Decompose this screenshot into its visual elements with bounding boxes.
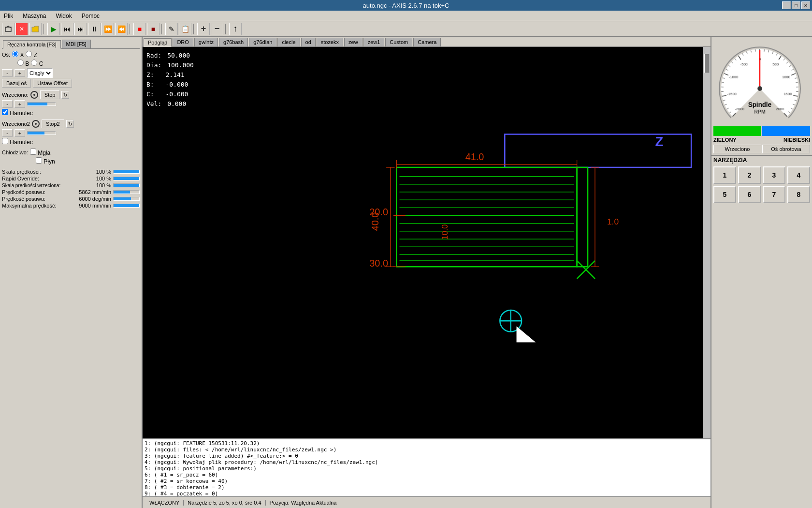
jog-plus-btn[interactable]: + — [14, 69, 25, 77]
plyn-checkbox[interactable] — [36, 157, 42, 164]
tool-2-btn[interactable]: 2 — [738, 166, 761, 184]
tab-g76bash[interactable]: g76bash — [219, 38, 248, 46]
toolbar-stop-btn[interactable]: ■ — [133, 23, 146, 35]
toolbar-run-btn[interactable]: ▶ — [47, 23, 60, 35]
tool-5-btn[interactable]: 5 — [713, 186, 736, 203]
stop-btn[interactable]: Stop — [40, 90, 60, 99]
toolbar-edit-btn[interactable]: ✎ — [165, 23, 178, 35]
close-button[interactable]: ✕ — [801, 1, 810, 9]
hamulec2-checkbox[interactable] — [2, 138, 8, 144]
wrzeciono-btn[interactable]: Wrzeciono — [713, 145, 761, 153]
axis-x-label[interactable]: X — [12, 51, 24, 59]
green-bar — [713, 126, 761, 136]
skala-predkosci-label: Skala prędkości: — [2, 169, 94, 175]
maximize-button[interactable]: □ — [792, 1, 800, 9]
tool-7-btn[interactable]: 7 — [763, 186, 785, 203]
status-bar: WŁĄCZONY Narzędzie 5, zo 5, xo 0, śre 0.… — [143, 496, 710, 508]
toolbar-step-back-btn[interactable]: ⏮ — [61, 23, 73, 35]
stop2-btn[interactable]: Stop2 — [42, 120, 64, 128]
predkosc-posuwu1-label: Prędkość posuwu: — [2, 189, 77, 195]
spindle2-arrow-icon[interactable]: ↻ — [66, 120, 74, 128]
toolbar-fast-fwd-btn[interactable]: ⏩ — [102, 23, 114, 35]
tool-8-btn[interactable]: 8 — [787, 186, 810, 203]
toolbar-folder-btn[interactable] — [29, 23, 42, 35]
tab-mdi[interactable]: MDI [F5] — [62, 40, 91, 48]
canvas-area[interactable]: Rad: 50.000 Dia: 100.000 Z: 2.141 B: -0.… — [143, 47, 710, 438]
plyn-label[interactable]: Płyn — [36, 157, 55, 165]
tab-reczna-kontrola[interactable]: Ręczna kontrola [F3] — [3, 40, 61, 49]
axis-c-label[interactable]: C — [31, 60, 43, 67]
axis-c-radio[interactable] — [31, 60, 37, 66]
toolbar-copy-btn[interactable]: 📋 — [179, 23, 191, 35]
toolbar-minus-btn[interactable]: − — [211, 23, 223, 35]
toolbar-open-btn[interactable] — [2, 23, 14, 35]
wrzeciono2-plus-btn[interactable]: + — [14, 129, 25, 137]
skala-wrzeciona-value: 100 % — [96, 182, 111, 188]
toolbar-stop2-btn[interactable]: ■ — [147, 23, 160, 35]
tool-3-btn[interactable]: 3 — [763, 166, 785, 184]
tab-custom[interactable]: Custom — [385, 38, 412, 46]
wrzeciono2-minus-btn[interactable]: - — [2, 129, 13, 137]
bazuj-os-btn[interactable]: Bazuj oś — [2, 79, 31, 88]
svg-text:41.0: 41.0 — [465, 151, 484, 162]
tab-stozekx[interactable]: stozekx — [317, 38, 343, 46]
tool-1-btn[interactable]: 1 — [713, 166, 736, 184]
tab-gwintz[interactable]: gwintz — [194, 38, 218, 46]
main-layout: Ręczna kontrola [F3] MDI [F5] Oś: X Z B … — [0, 37, 812, 508]
toolbar-reload-btn[interactable]: ✕ — [15, 23, 28, 35]
tab-g76diah[interactable]: g76diah — [249, 38, 276, 46]
maks-predkosc-value: 9000 mm/min — [79, 203, 111, 209]
spindle-arrow-icon[interactable]: ↻ — [61, 91, 69, 99]
wrzeciono2-slider[interactable] — [27, 131, 56, 135]
vertical-scrollbar[interactable] — [703, 47, 710, 438]
predkosc-posuwu1-slider[interactable] — [113, 190, 140, 194]
os-obrotowa-btn[interactable]: Oś obrotowa — [762, 145, 810, 153]
maks-predkosc-slider[interactable] — [113, 204, 140, 208]
jog-mode-select[interactable]: Ciągły Krok — [27, 68, 53, 78]
toolbar-rewind-btn[interactable]: ⏪ — [115, 23, 128, 35]
minimize-button[interactable]: _ — [782, 1, 791, 9]
skala-predkosci-slider[interactable] — [113, 170, 140, 174]
log-line-3: 3: (ngcgui: feature line added) #<_featu… — [145, 453, 709, 459]
axis-x-radio[interactable] — [12, 51, 18, 57]
skala-predkosci-row: Skala prędkości: 100 % — [2, 169, 140, 175]
toolbar-plus-btn[interactable]: + — [197, 23, 210, 35]
toolbar-pause-btn[interactable]: ⏸ — [88, 23, 101, 35]
wrzeciono-plus-btn[interactable]: + — [14, 100, 25, 108]
toolbar-step-fwd-btn[interactable]: ⏭ — [74, 23, 87, 35]
menu-pomoc[interactable]: Pomoc — [80, 12, 102, 20]
tab-od[interactable]: od — [301, 38, 316, 46]
tool-6-btn[interactable]: 6 — [738, 186, 761, 203]
tab-dro[interactable]: DRO — [173, 38, 193, 46]
rapid-override-slider[interactable] — [113, 177, 140, 180]
axis-z-label[interactable]: Z — [26, 51, 37, 59]
wrzeciono-minus-btn[interactable]: - — [2, 100, 13, 108]
tab-camera[interactable]: Camera — [413, 38, 441, 46]
axis-b-label[interactable]: B — [17, 60, 29, 67]
ustaw-offset-btn[interactable]: Ustaw Offset — [33, 79, 72, 88]
tab-zew1[interactable]: zew1 — [363, 38, 385, 46]
mgla-label[interactable]: Mgła — [30, 149, 50, 156]
predkosc-posuwu2-slider[interactable] — [113, 197, 140, 201]
axis-b-radio[interactable] — [17, 60, 24, 66]
log-line-9: 9: ( #4 = poczatek = 0) — [145, 491, 709, 496]
tool-4-btn[interactable]: 4 — [787, 166, 810, 184]
menu-plik[interactable]: Plik — [2, 12, 15, 20]
skala-wrzeciona-label: Skala prędkości wrzeciona: — [2, 183, 94, 188]
tab-zew[interactable]: zew — [344, 38, 362, 46]
predkosc-posuwu1-value: 5862 mm/min — [79, 189, 111, 195]
tab-ciecie[interactable]: ciecie — [277, 38, 300, 46]
toolbar-up-btn[interactable]: ↑ — [229, 23, 242, 35]
hamulec2-label[interactable]: Hamulec — [2, 138, 33, 146]
menu-maszyna[interactable]: Maszyna — [21, 12, 48, 20]
mgla-checkbox[interactable] — [30, 149, 36, 155]
axis-z-radio[interactable] — [26, 51, 32, 57]
titlebar-controls[interactable]: _ □ ✕ — [782, 1, 810, 9]
hamulec-checkbox[interactable] — [2, 109, 8, 115]
menu-widok[interactable]: Widok — [54, 12, 73, 20]
hamulec-label[interactable]: Hamulec — [2, 109, 33, 117]
wrzeciono-slider[interactable] — [27, 102, 56, 106]
jog-minus-btn[interactable]: - — [2, 69, 13, 77]
tab-podglad[interactable]: Podgląd — [144, 38, 172, 47]
skala-wrzeciona-slider[interactable] — [113, 183, 140, 187]
